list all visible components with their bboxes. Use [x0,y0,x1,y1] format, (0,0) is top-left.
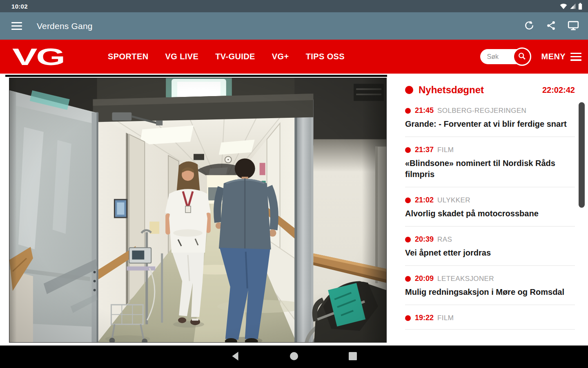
drawer-menu-button[interactable] [11,22,22,30]
news-item[interactable]: 21:45 SOLBERG-REGJERINGEN Grande: - Forv… [405,106,575,137]
content-area: Nyhetsdøgnet 22:02:42 21:45 SOLBERG-REGJ… [0,74,588,346]
ticker-clock: 22:02:42 [542,85,575,95]
divider [405,329,575,330]
back-icon [230,351,240,363]
menu-label: MENY [541,52,566,61]
search-icon [517,52,526,62]
wifi-icon [559,3,568,9]
ticker-title: Nyhetsdøgnet [419,84,484,96]
nav-link-tv-guide[interactable]: TV-GUIDE [215,52,255,61]
item-headline: «Blindsone» nominert til Nordisk Råds fi… [405,158,575,180]
home-button[interactable] [288,351,300,363]
hospital-corridor-photo [9,78,386,342]
recents-button[interactable] [347,351,359,363]
screen: 10:02 Verdens Gang VG SPORTENVG LIVETV-G… [0,0,588,368]
nav-link-tips-oss[interactable]: TIPS OSS [306,52,345,61]
status-icons [559,3,582,10]
divider [405,187,575,187]
battery-icon [578,3,582,10]
item-kicker: LETEAKSJONER [437,275,494,283]
refresh-icon [524,20,535,32]
item-time: 21:37 [415,146,434,154]
news-item[interactable]: 20:09 LETEAKSJONER Mulig redningsaksjon … [405,274,575,305]
item-live-dot [405,147,411,153]
item-time: 20:39 [415,235,434,244]
news-item-meta: 21:02 ULYKKER [405,196,575,204]
news-item[interactable]: 21:02 ULYKKER Alvorlig skadet på motocro… [405,196,575,227]
item-live-dot [405,276,411,282]
item-kicker: RAS [437,236,452,244]
news-item-meta: 21:45 SOLBERG-REGJERINGEN [405,106,575,115]
news-item-meta: 21:37 FILM [405,146,575,154]
recents-icon [348,352,357,362]
news-item[interactable]: 20:39 RAS Vei åpnet etter jordras [405,235,575,266]
item-time: 21:02 [415,196,434,204]
item-kicker: ULYKKER [437,196,470,204]
app-bar-actions [524,20,579,32]
item-live-dot [405,237,411,242]
photo-top-border [5,75,387,77]
divider [405,137,575,137]
item-headline: Grande: - Forventer at vi blir ferdige s… [405,119,575,130]
news-ticker-panel: Nyhetsdøgnet 22:02:42 21:45 SOLBERG-REGJ… [398,74,588,346]
nav-link-vg-live[interactable]: VG LIVE [165,52,198,61]
app-title: Verdens Gang [37,21,93,31]
article-photo[interactable] [9,78,387,343]
nav-link-vg+[interactable]: VG+ [272,52,289,61]
item-time: 21:45 [415,106,434,115]
status-time: 10:02 [11,3,28,10]
menu-hamburger-icon [570,53,581,61]
news-item-meta: 19:22 FILM [405,314,575,322]
search-input[interactable] [487,53,514,61]
item-kicker: FILM [437,146,454,154]
item-time: 20:09 [415,274,434,283]
vg-logo[interactable]: VG [12,45,138,69]
cell-signal-icon [570,3,576,9]
ticker-header: Nyhetsdøgnet 22:02:42 [405,84,575,96]
header-tools: MENY [480,49,581,64]
search-box [480,49,530,64]
hamburger-icon [11,22,22,30]
monitor-icon [568,20,579,32]
refresh-button[interactable] [524,20,535,32]
news-item[interactable]: 19:22 FILM [405,314,575,330]
main-nav-links: SPORTENVG LIVETV-GUIDEVG+TIPS OSS [108,52,345,61]
divider [405,265,575,266]
share-button[interactable] [546,20,556,32]
news-item-meta: 20:39 RAS [405,235,575,244]
news-item[interactable]: 21:37 FILM «Blindsone» nominert til Nord… [405,146,575,187]
item-live-dot [405,197,411,203]
item-time: 19:22 [415,314,434,322]
item-kicker: SOLBERG-REGJERINGEN [437,107,526,115]
android-navigation-bar [0,346,588,368]
menu-button[interactable]: MENY [541,52,581,61]
scrollbar-thumb[interactable] [579,102,585,208]
app-bar: Verdens Gang [0,12,588,40]
desktop-mode-button[interactable] [568,20,579,32]
divider [405,305,575,305]
search-button[interactable] [513,47,531,66]
live-dot [405,86,413,94]
home-icon [289,351,299,362]
item-live-dot [405,315,411,321]
divider [405,226,575,227]
status-bar: 10:02 [0,0,588,12]
item-headline: Vei åpnet etter jordras [405,247,575,258]
item-headline: Mulig redningsaksjon i Møre og Romsdal [405,287,575,298]
item-kicker: FILM [437,314,454,322]
item-headline: Alvorlig skadet på motocrossbane [405,208,575,219]
back-button[interactable] [229,351,241,363]
news-list: 21:45 SOLBERG-REGJERINGEN Grande: - Forv… [405,106,575,330]
share-icon [546,20,556,32]
item-live-dot [405,108,411,114]
site-header: VG SPORTENVG LIVETV-GUIDEVG+TIPS OSS MEN… [0,40,588,74]
news-item-meta: 20:09 LETEAKSJONER [405,274,575,283]
